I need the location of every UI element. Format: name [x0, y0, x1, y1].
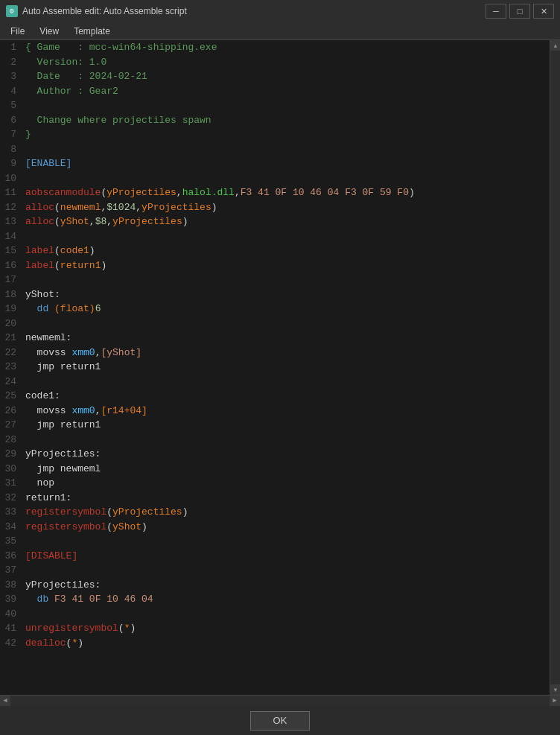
line-content[interactable]: newmeml: — [22, 331, 550, 346]
line-content[interactable]: { Game : mcc-win64-shipping.exe — [22, 40, 550, 55]
line-number: 4 — [0, 84, 22, 99]
menu-view[interactable]: View — [32, 23, 66, 39]
line-content[interactable] — [22, 229, 550, 244]
line-content[interactable]: label(code1) — [22, 244, 550, 258]
line-content[interactable]: label(return1) — [22, 258, 550, 273]
line-number: 9 — [0, 156, 22, 171]
line-number: 29 — [0, 447, 22, 462]
line-content[interactable] — [22, 433, 550, 448]
minimize-button[interactable]: ─ — [486, 4, 506, 19]
line-number: 3 — [0, 69, 22, 84]
line-content[interactable] — [22, 142, 550, 157]
line-number: 20 — [0, 316, 22, 331]
scroll-down-button[interactable]: ▼ — [550, 684, 560, 695]
line-number: 8 — [0, 142, 22, 157]
menu-template[interactable]: Template — [66, 23, 118, 39]
line-content[interactable]: jmp return1 — [22, 360, 550, 375]
line-number: 7 — [0, 127, 22, 142]
line-content[interactable]: movss xmm0,[r14+04] — [22, 404, 550, 419]
table-row: 13alloc(yShot,$8,yProjectiles) — [0, 214, 550, 229]
table-row: 27 jmp return1 — [0, 418, 550, 433]
table-row: 38yProjectiles: — [0, 578, 550, 593]
table-row: 31 nop — [0, 476, 550, 491]
line-content[interactable]: db F3 41 0F 10 46 04 — [22, 592, 550, 607]
line-number: 5 — [0, 98, 22, 113]
line-content[interactable]: registersymbol(yProjectiles) — [22, 505, 550, 520]
line-number: 34 — [0, 520, 22, 535]
line-content[interactable]: jmp return1 — [22, 418, 550, 433]
line-number: 15 — [0, 244, 22, 258]
line-content[interactable]: Version: 1.0 — [22, 55, 550, 70]
dialog-footer: OK — [0, 705, 560, 735]
line-content[interactable]: [ENABLE] — [22, 156, 550, 171]
table-row: 34registersymbol(yShot) — [0, 520, 550, 535]
line-number: 39 — [0, 592, 22, 607]
line-content[interactable] — [22, 316, 550, 331]
line-content[interactable]: aobscanmodule(yProjectiles,halol.dll,F3 … — [22, 185, 550, 200]
line-content[interactable]: dealloc(*) — [22, 636, 550, 651]
line-content[interactable]: alloc(yShot,$8,yProjectiles) — [22, 214, 550, 229]
scroll-up-button[interactable]: ▲ — [550, 40, 560, 51]
table-row: 41unregistersymbol(*) — [0, 621, 550, 636]
line-number: 37 — [0, 563, 22, 578]
table-row: 36[DISABLE] — [0, 549, 550, 564]
line-content[interactable] — [22, 534, 550, 549]
line-number: 17 — [0, 273, 22, 287]
close-button[interactable]: ✕ — [533, 4, 554, 19]
line-content[interactable] — [22, 171, 550, 186]
code-editor[interactable]: 1{ Game : mcc-win64-shipping.exe2 Versio… — [0, 40, 550, 695]
line-number: 28 — [0, 433, 22, 448]
horizontal-scrollbar[interactable]: ◀ ▶ — [0, 695, 560, 705]
menu-file[interactable]: File — [3, 23, 32, 39]
table-row: 2 Version: 1.0 — [0, 55, 550, 70]
line-content[interactable]: Author : Gear2 — [22, 84, 550, 99]
line-content[interactable] — [22, 375, 550, 389]
line-number: 24 — [0, 375, 22, 389]
line-content[interactable]: unregistersymbol(*) — [22, 621, 550, 636]
line-content[interactable]: yProjectiles: — [22, 578, 550, 593]
line-number: 12 — [0, 200, 22, 215]
line-number: 19 — [0, 302, 22, 316]
line-number: 33 — [0, 505, 22, 520]
line-content[interactable]: jmp newmeml — [22, 462, 550, 477]
line-content[interactable]: alloc(newmeml,$1024,yProjectiles) — [22, 200, 550, 215]
scroll-track[interactable] — [550, 51, 560, 684]
line-content[interactable]: movss xmm0,[yShot] — [22, 346, 550, 360]
app-icon: ⚙ — [6, 5, 18, 17]
line-number: 42 — [0, 636, 22, 651]
line-content[interactable]: registersymbol(yShot) — [22, 520, 550, 535]
line-number: 38 — [0, 578, 22, 593]
line-number: 25 — [0, 389, 22, 404]
line-number: 32 — [0, 491, 22, 506]
ok-button[interactable]: OK — [250, 711, 310, 731]
line-content[interactable]: code1: — [22, 389, 550, 404]
line-content[interactable]: yShot: — [22, 287, 550, 302]
line-content[interactable] — [22, 563, 550, 578]
scroll-left-button[interactable]: ◀ — [0, 696, 10, 706]
line-content[interactable]: nop — [22, 476, 550, 491]
table-row: 22 movss xmm0,[yShot] — [0, 346, 550, 360]
line-content[interactable]: [DISABLE] — [22, 549, 550, 564]
table-row: 12alloc(newmeml,$1024,yProjectiles) — [0, 200, 550, 215]
window-controls: ─ □ ✕ — [486, 4, 554, 19]
line-content[interactable]: } — [22, 127, 550, 142]
line-content[interactable] — [22, 607, 550, 622]
line-content[interactable] — [22, 273, 550, 287]
line-content[interactable] — [22, 98, 550, 113]
scroll-right-button[interactable]: ▶ — [550, 696, 560, 706]
line-number: 35 — [0, 534, 22, 549]
vertical-scrollbar[interactable]: ▲ ▼ — [550, 40, 560, 695]
line-content[interactable]: dd (float)6 — [22, 302, 550, 316]
table-row: 26 movss xmm0,[r14+04] — [0, 404, 550, 419]
maximize-button[interactable]: □ — [509, 4, 530, 19]
line-number: 6 — [0, 113, 22, 128]
line-number: 14 — [0, 229, 22, 244]
code-table: 1{ Game : mcc-win64-shipping.exe2 Versio… — [0, 40, 550, 650]
table-row: 10 — [0, 171, 550, 186]
h-scroll-track[interactable] — [10, 696, 550, 706]
line-content[interactable]: Change where projectiles spawn — [22, 113, 550, 128]
line-number: 27 — [0, 418, 22, 433]
line-content[interactable]: Date : 2024-02-21 — [22, 69, 550, 84]
line-content[interactable]: return1: — [22, 491, 550, 506]
line-content[interactable]: yProjectiles: — [22, 447, 550, 462]
